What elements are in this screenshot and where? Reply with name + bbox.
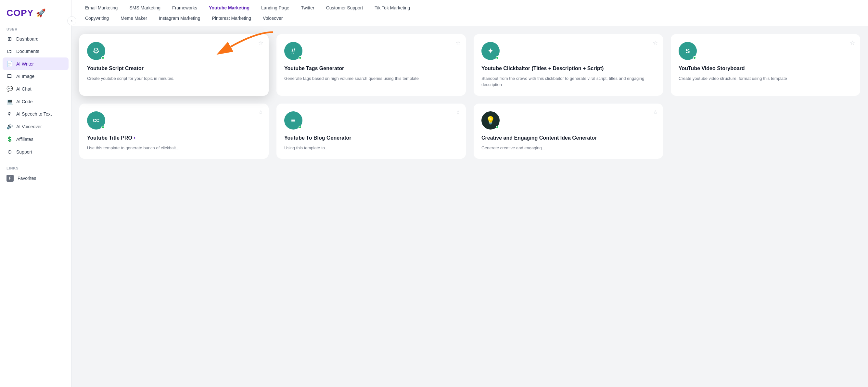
- sidebar-item-ai-image[interactable]: 🖼 AI Image: [0, 70, 71, 83]
- nav-meme-maker[interactable]: Meme Maker: [115, 14, 153, 22]
- sidebar-item-label: Favorites: [18, 175, 36, 181]
- star-icon[interactable]: ☆: [258, 109, 264, 116]
- card-desc: Generate creative and engaging...: [482, 145, 655, 151]
- top-navigation: Email Marketing SMS Marketing Frameworks…: [71, 0, 868, 26]
- logo-text: COPY: [6, 8, 33, 18]
- storyboard-icon: S: [685, 47, 690, 55]
- card-youtube-storyboard[interactable]: ☆ S YouTube Video Storyboard Create yout…: [671, 34, 860, 96]
- star-icon[interactable]: ☆: [850, 39, 855, 46]
- card-desc: Create youtube video structure, format u…: [679, 75, 852, 82]
- card-title: Youtube Script Creator: [87, 65, 261, 72]
- sidebar-item-ai-chat[interactable]: 💬 AI Chat: [0, 83, 71, 95]
- card-icon-wrap: S: [679, 42, 697, 60]
- ai-writer-icon: 📄: [6, 61, 12, 67]
- nav-sms-marketing[interactable]: SMS Marketing: [123, 4, 166, 12]
- nav-row-2: Copywriting Meme Maker Instagram Marketi…: [79, 12, 860, 26]
- sidebar-item-affiliates[interactable]: 💲 Affiliates: [0, 133, 71, 146]
- card-title: Youtube Title PRO ›: [87, 135, 261, 141]
- card-title-text: Youtube Title PRO: [87, 135, 132, 140]
- sidebar-item-label: AI Writer: [16, 61, 34, 67]
- card-icon-wrap: CC: [87, 111, 105, 130]
- card-youtube-clickbaitor[interactable]: ☆ ✦ Youtube Clickbaitor (Titles + Descri…: [474, 34, 663, 96]
- card-title: Youtube Tags Generator: [284, 65, 458, 72]
- active-dot: [101, 56, 104, 59]
- ai-voiceover-icon: 🔊: [6, 123, 12, 130]
- sidebar-divider: [5, 161, 66, 161]
- card-desc: Create youtube script for your topic in …: [87, 75, 261, 82]
- card-icon-wrap: #: [284, 42, 303, 60]
- card-title: Youtube Clickbaitor (Titles + Descriptio…: [482, 65, 655, 72]
- star-icon[interactable]: ☆: [456, 39, 461, 46]
- nav-email-marketing[interactable]: Email Marketing: [79, 4, 123, 12]
- sidebar-item-label: AI Code: [16, 99, 33, 104]
- active-dot: [299, 56, 302, 59]
- sidebar-item-ai-voiceover[interactable]: 🔊 AI Voiceover: [0, 120, 71, 133]
- sidebar-item-support[interactable]: ⊙ Support: [0, 146, 71, 158]
- star-icon[interactable]: ☆: [653, 39, 658, 46]
- card-youtube-script[interactable]: ☆ ⚙ Youtube Script Creator Create youtub…: [79, 34, 269, 96]
- card-desc: Generate tags based on high volume searc…: [284, 75, 458, 82]
- section-links-label: LINKS: [0, 164, 71, 171]
- ai-speech-icon: 🎙: [6, 111, 12, 117]
- nav-youtube-marketing[interactable]: Youtube Marketing: [203, 4, 255, 12]
- creative-icon: 💡: [486, 116, 495, 125]
- star-icon[interactable]: ☆: [258, 39, 264, 46]
- nav-customer-support[interactable]: Customer Support: [320, 4, 369, 12]
- nav-row-1: Email Marketing SMS Marketing Frameworks…: [79, 0, 860, 12]
- logo: COPY 🚀: [0, 5, 71, 25]
- sidebar-item-label: Documents: [16, 49, 39, 54]
- tags-icon: #: [291, 46, 295, 56]
- active-dot: [496, 56, 499, 59]
- nav-twitter[interactable]: Twitter: [295, 4, 320, 12]
- logo-icon: 🚀: [36, 8, 46, 18]
- nav-voiceover[interactable]: Voiceover: [257, 14, 288, 22]
- nav-tiktok[interactable]: Tik Tok Marketing: [369, 4, 416, 12]
- affiliates-icon: 💲: [6, 136, 12, 142]
- cards-row-1: ☆ ⚙ Youtube Script Creator Create youtub…: [79, 34, 860, 96]
- active-dot: [101, 126, 104, 129]
- sidebar-item-label: Affiliates: [16, 137, 33, 142]
- card-youtube-tags[interactable]: ☆ # Youtube Tags Generator Generate tags…: [276, 34, 466, 96]
- sidebar-item-ai-speech[interactable]: 🎙 AI Speech to Text: [0, 108, 71, 120]
- active-dot: [693, 56, 696, 59]
- ai-chat-icon: 💬: [6, 86, 12, 92]
- main-content: ‹ Email Marketing SMS Marketing Framewor…: [71, 0, 868, 387]
- sidebar-item-favorites[interactable]: F Favorites: [0, 171, 71, 185]
- section-user-label: USER: [0, 25, 71, 32]
- card-desc: Standout from the crowd with this clickb…: [482, 75, 655, 88]
- favorites-avatar: F: [6, 175, 13, 182]
- dashboard-icon: ⊞: [6, 36, 12, 42]
- nav-instagram[interactable]: Instagram Marketing: [153, 14, 206, 22]
- nav-frameworks[interactable]: Frameworks: [166, 4, 203, 12]
- nav-landing-page[interactable]: Landing Page: [255, 4, 295, 12]
- star-icon[interactable]: ☆: [456, 109, 461, 116]
- nav-pinterest[interactable]: Pinterest Marketing: [206, 14, 257, 22]
- card-youtube-title-pro[interactable]: ☆ CC Youtube Title PRO › Use this templa…: [79, 103, 269, 159]
- card-icon-wrap: ≡: [284, 111, 303, 130]
- sidebar-item-ai-writer[interactable]: 📄 AI Writer: [3, 58, 68, 70]
- script-icon: ⚙: [93, 46, 100, 56]
- ai-image-icon: 🖼: [6, 73, 12, 79]
- card-title: Creative and Engaging Content Idea Gener…: [482, 135, 655, 141]
- sidebar-item-documents[interactable]: 🗂 Documents: [0, 45, 71, 58]
- card-youtube-to-blog[interactable]: ☆ ≡ Youtube To Blog Generator Using this…: [276, 103, 466, 159]
- star-icon[interactable]: ☆: [653, 109, 658, 116]
- content-area: ☆ ⚙ Youtube Script Creator Create youtub…: [71, 26, 868, 387]
- card-icon-wrap: ⚙: [87, 42, 105, 60]
- active-dot: [496, 126, 499, 129]
- blog-icon: ≡: [291, 116, 296, 125]
- sidebar-item-label: Dashboard: [16, 36, 39, 41]
- cards-row-2: ☆ CC Youtube Title PRO › Use this templa…: [79, 103, 860, 159]
- card-icon-wrap: ✦: [482, 42, 500, 60]
- card-title: YouTube Video Storyboard: [679, 65, 852, 72]
- nav-copywriting[interactable]: Copywriting: [79, 14, 115, 22]
- sidebar-item-ai-code[interactable]: 💻 AI Code: [0, 95, 71, 108]
- sidebar-item-label: AI Speech to Text: [16, 111, 52, 117]
- card-icon-wrap: 💡: [482, 111, 500, 130]
- card-title: Youtube To Blog Generator: [284, 135, 458, 141]
- sidebar: COPY 🚀 USER ⊞ Dashboard 🗂 Documents 📄 AI…: [0, 0, 71, 387]
- card-creative-content[interactable]: ☆ 💡 Creative and Engaging Content Idea G…: [474, 103, 663, 159]
- card-desc: Use this template to generate bunch of c…: [87, 145, 261, 151]
- sidebar-item-dashboard[interactable]: ⊞ Dashboard: [0, 32, 71, 45]
- ai-code-icon: 💻: [6, 98, 12, 104]
